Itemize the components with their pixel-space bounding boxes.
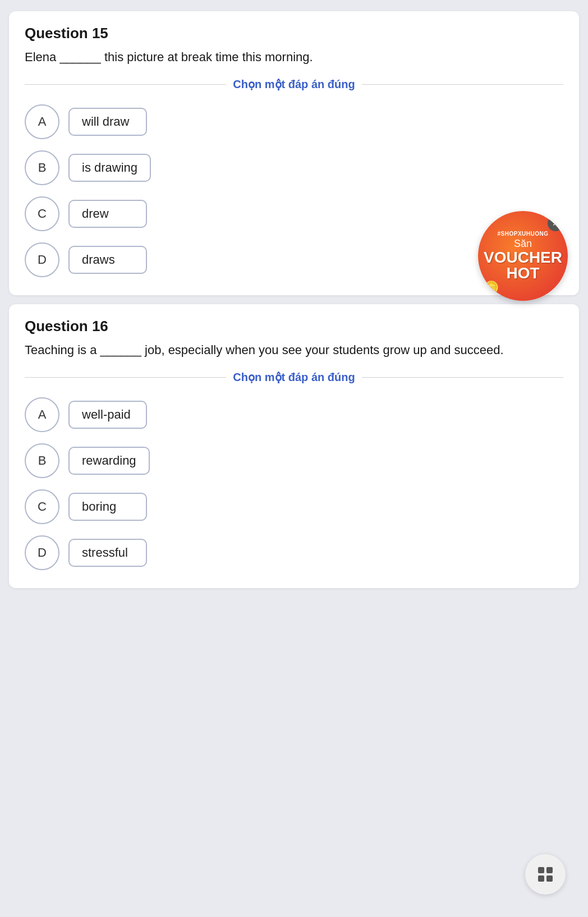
- question-15-divider: Chọn một đáp án đúng: [25, 77, 563, 91]
- voucher-badge: ✕ #SHOPXUHUONG Săn VOUCHER HOT 🪙: [478, 211, 568, 301]
- voucher-coins-icon: 🪙: [484, 281, 499, 295]
- question-16-divider-label: Chọn một đáp án đúng: [233, 370, 355, 384]
- question-16-title: Question 16: [25, 318, 563, 335]
- option-15-c-circle: C: [25, 196, 59, 231]
- svg-rect-3: [546, 875, 553, 882]
- option-16-c-circle: C: [25, 489, 59, 524]
- option-16-a[interactable]: A well-paid: [25, 397, 563, 432]
- option-16-c-box: boring: [68, 493, 147, 521]
- option-15-b[interactable]: B is drawing: [25, 150, 563, 185]
- question-16-card: Question 16 Teaching is a ______ job, es…: [9, 304, 579, 588]
- question-15-text: Elena ______ this picture at break time …: [25, 48, 563, 66]
- option-16-b[interactable]: B rewarding: [25, 443, 563, 478]
- voucher-main-text: VOUCHER HOT: [484, 250, 562, 281]
- question-16-options: A well-paid B rewarding C boring D stres…: [25, 397, 563, 570]
- option-16-c[interactable]: C boring: [25, 489, 563, 524]
- grid-icon: [536, 865, 554, 883]
- option-15-d-circle: D: [25, 242, 59, 277]
- question-16-divider: Chọn một đáp án đúng: [25, 370, 563, 384]
- voucher-san-label: Săn: [514, 238, 532, 250]
- option-15-c-box: drew: [68, 200, 147, 228]
- svg-rect-2: [538, 875, 544, 882]
- option-16-b-box: rewarding: [68, 447, 150, 475]
- option-16-a-box: well-paid: [68, 401, 147, 429]
- question-15-card: Question 15 Elena ______ this picture at…: [9, 11, 579, 295]
- question-15-divider-label: Chọn một đáp án đúng: [233, 77, 355, 91]
- option-15-a[interactable]: A will draw: [25, 104, 563, 139]
- voucher-close-button[interactable]: ✕: [548, 216, 563, 231]
- option-15-a-box: will draw: [68, 108, 147, 136]
- option-16-a-circle: A: [25, 397, 59, 432]
- voucher-top-label: #SHOPXUHUONG: [497, 231, 548, 237]
- option-15-c[interactable]: C drew: [25, 196, 563, 231]
- option-16-d[interactable]: D stressful: [25, 535, 563, 570]
- option-15-d-box: draws: [68, 246, 147, 274]
- divider-line-left: [25, 84, 226, 85]
- option-16-b-circle: B: [25, 443, 59, 478]
- option-16-d-box: stressful: [68, 539, 147, 567]
- question-16-text: Teaching is a ______ job, especially whe…: [25, 341, 563, 359]
- option-15-a-circle: A: [25, 104, 59, 139]
- svg-rect-0: [538, 867, 544, 873]
- question-15-title: Question 15: [25, 25, 563, 42]
- divider-line-left-16: [25, 377, 226, 378]
- divider-line-right: [362, 84, 563, 85]
- option-15-b-circle: B: [25, 150, 59, 185]
- svg-rect-1: [546, 867, 553, 873]
- divider-line-right-16: [362, 377, 563, 378]
- option-15-b-box: is drawing: [68, 154, 151, 182]
- option-16-d-circle: D: [25, 535, 59, 570]
- grid-fab-button[interactable]: [525, 854, 566, 895]
